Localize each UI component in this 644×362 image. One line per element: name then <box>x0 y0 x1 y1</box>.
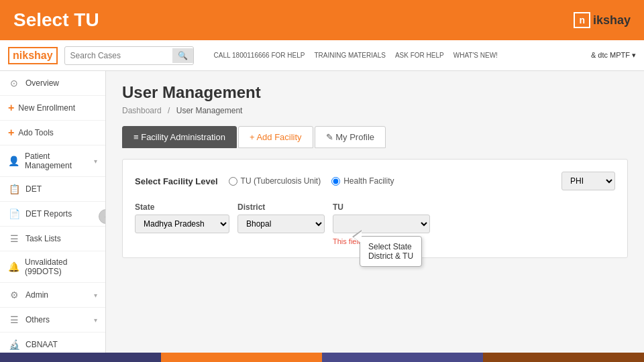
callout-text: Select StateDistrict & TU <box>368 242 413 261</box>
district-header: District <box>237 202 325 212</box>
radio-health-option[interactable]: Health Facility <box>331 176 394 186</box>
breadcrumb-current: User Management <box>176 106 243 115</box>
sidebar-label-others: Others <box>25 315 50 324</box>
whats-new-link[interactable]: WHAT'S NEW! <box>453 52 498 59</box>
sidebar-item-unvalidated[interactable]: 🔔 Unvalidated (99DOTS) <box>0 251 105 283</box>
sidebar-item-ado-tools[interactable]: + Ado Tools <box>0 121 105 145</box>
plus-icon-enrollment: + <box>8 102 14 114</box>
search-box[interactable]: 🔍 <box>64 46 194 65</box>
footer-segment-1 <box>0 353 161 362</box>
sidebar-item-patient-mgmt[interactable]: 👤 Patient Management ▾ <box>0 145 105 177</box>
sidebar-label-patient: Patient Management <box>25 152 94 170</box>
radio-group: TU (Tuberculosis Unit) Health Facility <box>229 176 394 186</box>
search-button[interactable]: 🔍 <box>172 48 193 63</box>
facility-level-row: Select Facility Level TU (Tuberculosis U… <box>135 172 615 190</box>
district-select[interactable]: Bhopal <box>237 215 325 233</box>
chevron-patient-icon: ▾ <box>94 158 97 165</box>
tab-facility-label: ≡ Facility Administration <box>133 132 225 142</box>
radio-tu-input[interactable] <box>229 177 237 186</box>
ask-help-link[interactable]: ASK FOR HELP <box>395 52 444 59</box>
sidebar-item-det-reports[interactable]: 📄 DET Reports <box>0 202 105 227</box>
others-icon: ☰ <box>8 314 20 326</box>
training-link[interactable]: TRAINING MATERIALS <box>314 52 386 59</box>
state-district-tu-row: State Madhya Pradesh District Bhopal <box>135 202 615 245</box>
det-reports-icon: 📄 <box>8 208 20 220</box>
state-group: State Madhya Pradesh <box>135 202 229 233</box>
search-input[interactable] <box>65 48 172 63</box>
tab-add-facility[interactable]: + Add Facility <box>238 126 313 148</box>
unvalidated-icon: 🔔 <box>8 261 19 273</box>
breadcrumb-dashboard[interactable]: Dashboard <box>122 106 162 115</box>
footer-segment-3 <box>322 353 483 362</box>
patient-mgmt-icon: 👤 <box>8 155 19 167</box>
tab-my-profile[interactable]: ✎ My Profile <box>315 126 386 148</box>
slide-logo-text: ikshay <box>593 13 631 27</box>
district-group: District Bhopal <box>237 202 325 233</box>
sidebar-label-ado: Ado Tools <box>18 128 53 137</box>
admin-icon: ⚙ <box>8 289 20 301</box>
tabs-bar: ≡ Facility Administration + Add Facility… <box>122 126 628 148</box>
task-lists-icon: ☰ <box>8 233 20 245</box>
sidebar-label-det-reports: DET Reports <box>25 209 72 219</box>
main-layout: ⊙ Overview + New Enrollment + Ado Tools … <box>0 71 644 362</box>
form-card: Select Facility Level TU (Tuberculosis U… <box>122 159 628 258</box>
sidebar-item-overview[interactable]: ⊙ Overview <box>0 71 105 96</box>
tab-profile-label: ✎ My Profile <box>326 132 374 142</box>
sidebar-item-admin[interactable]: ⚙ Admin ▾ <box>0 283 105 308</box>
plus-icon-ado: + <box>8 127 14 139</box>
facility-level-label: Select Facility Level <box>135 176 218 186</box>
sidebar-item-others[interactable]: ☰ Others ▾ <box>0 308 105 333</box>
overview-icon: ⊙ <box>8 77 20 89</box>
det-icon: 📋 <box>8 183 20 195</box>
district-select-wrapper: Bhopal <box>237 215 325 233</box>
page-title: User Management <box>122 83 628 102</box>
breadcrumb: Dashboard / User Management <box>122 106 628 115</box>
app-bar: nikshay 🔍 CALL 1800116666 FOR HELP TRAIN… <box>0 40 644 71</box>
footer-segment-2 <box>161 353 322 362</box>
footer-segment-4 <box>483 353 644 362</box>
breadcrumb-separator: / <box>168 106 172 115</box>
chevron-admin-icon: ▾ <box>94 292 97 299</box>
sidebar-label-overview: Overview <box>25 78 59 88</box>
slide-logo-box: n <box>574 12 590 28</box>
phi-select[interactable]: PHI <box>561 172 615 190</box>
user-badge[interactable]: & dtc MPTF ▾ <box>591 51 636 60</box>
app-bar-links: CALL 1800116666 FOR HELP TRAINING MATERI… <box>214 52 498 59</box>
sidebar-item-task-lists[interactable]: ☰ Task Lists <box>0 227 105 251</box>
app-logo: nikshay <box>8 47 58 64</box>
sidebar-item-new-enrollment[interactable]: + New Enrollment <box>0 96 105 121</box>
tu-select-wrapper: Select StateDistrict & TU <box>333 215 430 233</box>
callout-tooltip: Select StateDistrict & TU <box>360 236 422 267</box>
slide-title: Select TU <box>13 9 99 31</box>
tu-group: TU Select StateDistrict & TU This field … <box>333 202 430 245</box>
sidebar-label-det: DET <box>25 184 42 194</box>
sidebar-label-admin: Admin <box>25 290 48 300</box>
sidebar-label-enrollment: New Enrollment <box>18 103 75 113</box>
phi-select-group: PHI <box>561 172 615 190</box>
slide-header: Select TU n ikshay <box>0 0 644 40</box>
chevron-others-icon: ▾ <box>94 316 97 324</box>
state-header: State <box>135 202 229 212</box>
sidebar-label-cbnaat: CBNAAT <box>25 340 58 349</box>
radio-health-label: Health Facility <box>343 176 394 186</box>
help-link[interactable]: CALL 1800116666 FOR HELP <box>214 52 305 59</box>
footer-bar <box>0 353 644 362</box>
sidebar-label-unvalidated: Unvalidated (99DOTS) <box>25 257 97 276</box>
slide-logo-area: n ikshay <box>574 12 631 28</box>
tu-header: TU <box>333 202 430 212</box>
tu-select[interactable] <box>333 215 430 233</box>
state-select[interactable]: Madhya Pradesh <box>135 215 229 233</box>
tab-facility-administration[interactable]: ≡ Facility Administration <box>122 126 237 148</box>
state-select-wrapper: Madhya Pradesh <box>135 215 229 233</box>
radio-tu-option[interactable]: TU (Tuberculosis Unit) <box>229 176 321 186</box>
sidebar: ⊙ Overview + New Enrollment + Ado Tools … <box>0 71 106 362</box>
radio-tu-label: TU (Tuberculosis Unit) <box>241 176 321 186</box>
tab-add-label: + Add Facility <box>250 132 302 142</box>
sidebar-label-task: Task Lists <box>25 234 61 243</box>
cbnaat-icon: 🔬 <box>8 339 20 351</box>
radio-health-input[interactable] <box>331 177 340 186</box>
sidebar-item-det[interactable]: 📋 DET <box>0 177 105 202</box>
content-area: User Management Dashboard / User Managem… <box>106 71 644 362</box>
